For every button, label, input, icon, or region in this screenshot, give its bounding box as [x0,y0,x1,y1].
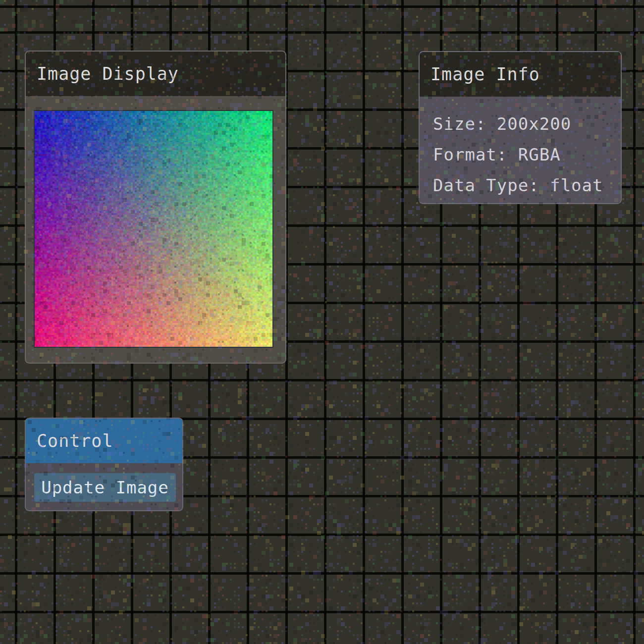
image-display-titlebar[interactable]: Image Display [26,52,285,96]
image-size-text: Size: 200x200 [433,108,621,139]
image-info-window: Image Info Size: 200x200 Format: RGBA Da… [419,51,622,204]
image-info-title: Image Info [430,64,540,84]
app-canvas: Image Display Image Info Size: 200x200 F… [0,0,644,644]
image-info-body: Size: 200x200 Format: RGBA Data Type: fl… [420,97,621,201]
image-format-text: Format: RGBA [433,139,621,170]
control-window: Control Update Image [25,418,183,511]
image-display-window: Image Display [25,51,286,364]
update-image-button[interactable]: Update Image [34,473,176,502]
gradient-image [34,110,273,348]
image-datatype-text: Data Type: float [433,170,621,201]
control-title: Control [37,431,113,451]
image-display-title: Image Display [37,64,179,84]
image-info-titlebar[interactable]: Image Info [420,52,621,97]
control-titlebar[interactable]: Control [26,419,182,463]
